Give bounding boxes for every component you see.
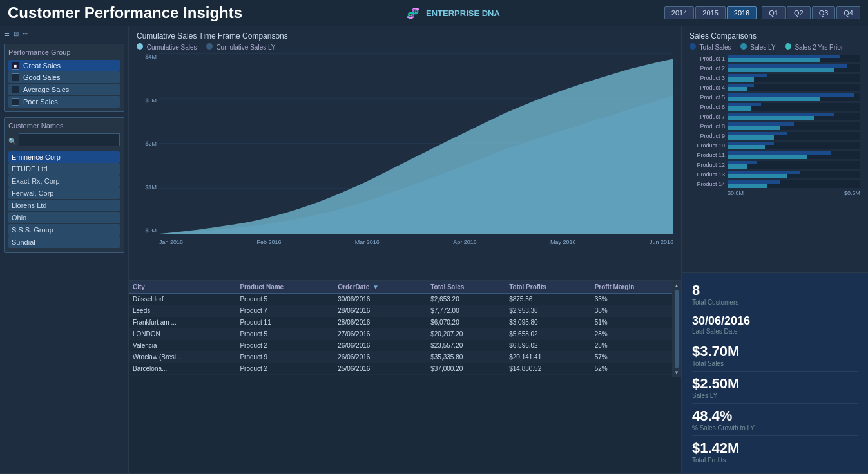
cell-product: Product 11: [236, 317, 334, 328]
customer-llorens[interactable]: Llorens Ltd: [8, 200, 120, 211]
cumulative-chart-panel: Cumulative Sales Time Frame Comparisons …: [129, 26, 681, 281]
main-content: ☰ ⊡ ··· Performance Group Great Sales Go…: [0, 26, 868, 473]
kpi-growth-label: % Sales Growth to LY: [692, 424, 858, 431]
expand-icon[interactable]: ⊡: [14, 30, 19, 37]
legend-sales-ly: Sales LY: [740, 43, 776, 51]
customer-sss-group[interactable]: S.S.S. Group: [8, 224, 120, 236]
perf-label-average-sales: Average Sales: [23, 86, 69, 93]
scroll-thumb[interactable]: [675, 290, 679, 368]
scrollbar[interactable]: ▲ ▼: [672, 281, 681, 377]
q4-button[interactable]: Q4: [836, 6, 860, 19]
bar-track: [728, 84, 860, 91]
bar-track: [728, 122, 860, 130]
quarter-filter: Q1 Q2 Q3 Q4: [762, 6, 860, 19]
table-row[interactable]: Barcelona... Product 2 25/06/2016 $37,00…: [129, 363, 681, 375]
logo-area: 🧬 ENTERPRISE DNA: [407, 7, 500, 19]
performance-group-list: Great Sales Good Sales Average Sales Poo…: [8, 60, 120, 108]
year-2015-button[interactable]: 2015: [695, 6, 725, 19]
kpi-sales-ly: $2.50M Sales LY: [692, 372, 858, 404]
scroll-down-icon[interactable]: ▼: [674, 370, 679, 375]
col-margin[interactable]: Profit Margin: [591, 281, 681, 294]
bar-track: [728, 113, 860, 120]
sales-bar-row: Product 3: [690, 74, 860, 82]
bar-product-label: Product 3: [690, 75, 725, 81]
table-row[interactable]: Valencia Product 2 26/06/2016 $23,557.20…: [129, 340, 681, 352]
customer-etude-ltd[interactable]: ETUDE Ltd: [8, 163, 120, 175]
more-icon[interactable]: ···: [23, 30, 28, 37]
customer-names-panel: Customer Names 🔍 Eminence Corp ETUDE Ltd…: [4, 117, 124, 253]
year-2014-button[interactable]: 2014: [664, 6, 694, 19]
year-2016-button[interactable]: 2016: [727, 6, 757, 19]
bar-track: [728, 151, 860, 159]
bar-product-label: Product 13: [690, 171, 725, 178]
cell-profits: $5,658.02: [505, 328, 591, 340]
perf-item-average-sales[interactable]: Average Sales: [8, 84, 120, 95]
cell-product: Product 2: [236, 340, 334, 352]
sales-bar-chart: Product 1 Product 2 Product 3 Product 4: [690, 55, 860, 188]
col-sales[interactable]: Total Sales: [427, 281, 505, 294]
kpi-panel: 8 Total Customers 30/06/2016 Last Sales …: [681, 273, 868, 473]
kpi-sales-growth: 48.4% % Sales Growth to LY: [692, 404, 858, 436]
col-profits[interactable]: Total Profits: [505, 281, 591, 294]
col-date[interactable]: OrderDate ▼: [334, 281, 427, 294]
cell-margin: 33%: [591, 294, 681, 305]
bar-track: [728, 64, 860, 72]
cell-margin: 28%: [591, 340, 681, 352]
customer-exact-rx[interactable]: Exact-Rx, Corp: [8, 175, 120, 187]
sort-icon: ▼: [372, 283, 379, 290]
bar-product-label: Product 12: [690, 162, 725, 168]
sales-comparisons-panel: Sales Comparisons Total Sales Sales LY S…: [681, 26, 868, 273]
bar-v1: [728, 113, 834, 116]
hamburger-icon[interactable]: ☰: [4, 30, 10, 37]
bar-product-label: Product 14: [690, 181, 725, 187]
bar-product-label: Product 7: [690, 113, 725, 120]
perf-item-poor-sales[interactable]: Poor Sales: [8, 96, 120, 108]
bar-v1: [728, 142, 774, 145]
sales-bar-row: Product 9: [690, 132, 860, 140]
kpi-total-profits: $1.42M Total Profits: [692, 436, 858, 468]
legend-sales-2yr: Sales 2 Yrs Prior: [785, 43, 844, 51]
q1-button[interactable]: Q1: [762, 6, 786, 19]
q3-button[interactable]: Q3: [812, 6, 836, 19]
bar-product-label: Product 10: [690, 142, 725, 149]
q2-button[interactable]: Q2: [787, 6, 811, 19]
bar-track: [728, 103, 860, 111]
customer-list: Eminence Corp ETUDE Ltd Exact-Rx, Corp F…: [8, 151, 120, 248]
customer-sundial[interactable]: Sundial: [8, 236, 120, 248]
cell-sales: $7,772.00: [427, 305, 505, 317]
bar-v1: [728, 103, 761, 106]
table-row[interactable]: Leeds Product 7 28/06/2016 $7,772.00 $2,…: [129, 305, 681, 317]
perf-item-great-sales[interactable]: Great Sales: [8, 60, 120, 71]
kpi-sales-ly-label: Sales LY: [692, 392, 858, 399]
bar-track: [728, 171, 860, 178]
bar-v1: [728, 171, 800, 174]
customer-ohio[interactable]: Ohio: [8, 212, 120, 223]
table-row[interactable]: LONDON Product 5 27/06/2016 $20,207.20 $…: [129, 328, 681, 340]
x-axis: Jan 2016 Feb 2016 Mar 2016 Apr 2016 May …: [159, 239, 673, 245]
data-table-panel: ▲ ▼ City Product Name OrderDate ▼ Total …: [129, 281, 681, 377]
cell-date: 25/06/2016: [334, 363, 427, 375]
page-title: Customer Performance Insights: [8, 4, 242, 22]
col-city[interactable]: City: [129, 281, 236, 294]
cell-city: Wroclaw (Bresl...: [129, 352, 236, 363]
table-row[interactable]: Düsseldorf Product 5 30/06/2016 $2,653.2…: [129, 294, 681, 305]
perf-item-good-sales[interactable]: Good Sales: [8, 71, 120, 83]
customer-fenwal[interactable]: Fenwal, Corp: [8, 187, 120, 199]
table-row[interactable]: Frankfurt am ... Product 11 28/06/2016 $…: [129, 317, 681, 328]
sales-bar-row: Product 8: [690, 122, 860, 130]
sales-bar-row: Product 12: [690, 161, 860, 169]
col-product[interactable]: Product Name: [236, 281, 334, 294]
area-chart-svg: [159, 53, 673, 234]
customer-search-input[interactable]: [19, 133, 120, 146]
table-row[interactable]: Wroclaw (Bresl... Product 9 26/06/2016 $…: [129, 352, 681, 363]
bar-v1: [728, 74, 767, 77]
chart-plot-area: Jan 2016 Feb 2016 Mar 2016 Apr 2016 May …: [159, 53, 673, 234]
bar-product-label: Product 2: [690, 65, 725, 71]
customer-eminence-corp[interactable]: Eminence Corp: [8, 151, 120, 163]
bar-product-label: Product 8: [690, 123, 725, 129]
orders-table: City Product Name OrderDate ▼ Total Sale…: [129, 281, 681, 375]
cell-city: Frankfurt am ...: [129, 317, 236, 328]
perf-checkbox-average-sales: [12, 86, 19, 93]
performance-group-panel: Performance Group Great Sales Good Sales…: [4, 44, 124, 112]
scroll-up-icon[interactable]: ▲: [674, 283, 679, 289]
